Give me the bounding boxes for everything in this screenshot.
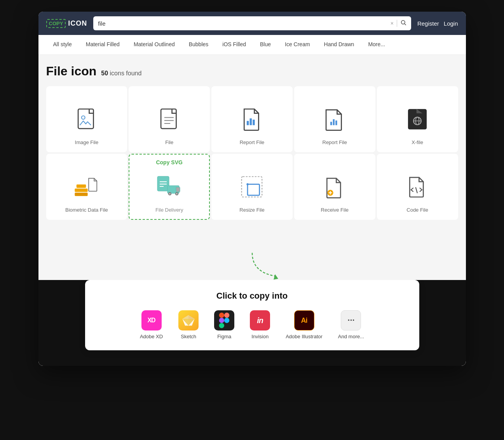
sketch-logo-icon <box>182 315 195 326</box>
copy-panel-title: Click to copy into <box>101 291 404 301</box>
icon-visual-resize-file <box>236 171 267 202</box>
page-title-section: File icon 50 icons found <box>46 64 458 78</box>
svg-rect-9 <box>250 118 252 125</box>
resize-file-icon <box>238 173 265 200</box>
app-label-invision: Invision <box>251 334 269 339</box>
logo-copy-text: COPY <box>46 19 66 28</box>
icon-label-resize-file: Resize File <box>239 207 264 213</box>
figma-logo-icon <box>218 313 230 328</box>
svg-rect-13 <box>335 120 337 125</box>
browser-window: COPY ICON × Register Login All style Mat… <box>38 12 466 366</box>
icon-card-receive-file[interactable]: Receive File <box>294 154 375 220</box>
dashed-arrow-icon <box>209 253 295 280</box>
svg-rect-46 <box>219 323 224 328</box>
nav-item-ios-filled[interactable]: iOS Filled <box>215 35 253 54</box>
nav-item-hand-drawn[interactable]: Hand Drawn <box>317 35 361 54</box>
nav-item-bubbles[interactable]: Bubbles <box>182 35 216 54</box>
icon-card-resize-file[interactable]: Resize File <box>211 154 293 220</box>
logo: COPY ICON <box>46 19 87 28</box>
svg-rect-45 <box>219 318 224 323</box>
svg-rect-4 <box>161 109 176 129</box>
icon-label-report-file-2: Report File <box>323 139 347 145</box>
report-file-1-icon <box>238 106 265 133</box>
svg-rect-8 <box>247 121 249 125</box>
ai-icon: Ai <box>294 310 314 330</box>
nav-item-material-outlined[interactable]: Material Outlined <box>127 35 182 54</box>
app-item-more[interactable]: ··· And more... <box>338 310 364 339</box>
code-file-icon <box>404 173 431 200</box>
arrow-section <box>38 249 466 280</box>
svg-point-33 <box>247 183 249 185</box>
svg-rect-43 <box>219 313 224 318</box>
icon-visual-code-file <box>402 171 433 202</box>
icon-visual-x-file <box>402 104 433 135</box>
app-label-xd: Adobe XD <box>140 334 163 339</box>
app-item-xd[interactable]: XD Adobe XD <box>140 310 163 339</box>
app-label-figma: Figma <box>217 334 231 339</box>
svg-rect-47 <box>224 318 229 323</box>
svg-rect-11 <box>330 122 332 125</box>
app-item-invision[interactable]: in Invision <box>250 310 270 339</box>
app-label-sketch: Sketch <box>181 334 196 339</box>
icon-visual-report-file-1 <box>236 104 267 135</box>
svg-line-37 <box>416 187 417 193</box>
icon-card-x-file[interactable]: X-file <box>377 86 458 152</box>
search-submit-button[interactable] <box>400 19 406 27</box>
icons-count: 50 icons found <box>101 70 141 77</box>
svg-rect-44 <box>224 313 229 318</box>
main-content: File icon 50 icons found Image File <box>38 55 466 249</box>
icon-visual-report-file-2 <box>319 104 350 135</box>
icon-label-image-file: Image File <box>75 139 99 145</box>
svg-marker-38 <box>272 274 278 280</box>
icon-card-code-file[interactable]: Code File <box>377 154 458 220</box>
icon-card-image-file[interactable]: Image File <box>46 86 127 152</box>
app-item-ai[interactable]: Ai Adobe Illustrator <box>286 310 323 339</box>
icon-card-report-file-2[interactable]: Report File <box>294 86 375 152</box>
svg-rect-20 <box>77 184 86 188</box>
icon-label-x-file: X-file <box>412 139 423 145</box>
search-input[interactable] <box>98 20 387 27</box>
app-label-ai: Adobe Illustrator <box>286 334 323 339</box>
app-grid: XD Adobe XD Sketch <box>101 310 404 339</box>
svg-rect-12 <box>333 119 335 125</box>
icon-label-report-file-1: Report File <box>240 139 265 145</box>
count-suffix: icons found <box>110 70 142 77</box>
receive-file-icon <box>321 173 348 200</box>
search-icon <box>400 19 406 26</box>
icon-card-file[interactable]: File <box>129 86 210 152</box>
nav-item-blue[interactable]: Blue <box>253 35 278 54</box>
icon-label-code-file: Code File <box>406 207 428 213</box>
search-divider <box>397 20 397 27</box>
file-delivery-icon <box>156 173 183 200</box>
icon-label-file: File <box>165 139 173 145</box>
page-title: File icon <box>46 64 97 78</box>
icon-card-report-file-1[interactable]: Report File <box>211 86 293 152</box>
app-label-more: And more... <box>338 334 364 339</box>
svg-point-3 <box>82 116 85 119</box>
icon-visual-image-file <box>71 104 102 135</box>
auth-buttons: Register Login <box>417 20 458 27</box>
icon-label-file-delivery: File Delivery <box>155 207 183 213</box>
register-button[interactable]: Register <box>417 20 439 27</box>
x-file-icon <box>404 106 431 133</box>
icon-visual-receive-file <box>319 171 350 202</box>
copy-svg-label: Copy SVG <box>156 159 182 165</box>
svg-rect-2 <box>78 109 93 129</box>
biometric-data-file-icon <box>73 173 100 200</box>
svg-rect-19 <box>75 193 87 196</box>
svg-line-1 <box>405 24 406 25</box>
nav-item-more[interactable]: More... <box>361 35 392 54</box>
icon-card-file-delivery[interactable]: Copy SVG <box>129 154 210 220</box>
login-button[interactable]: Login <box>444 20 458 27</box>
svg-rect-18 <box>75 188 87 192</box>
nav-item-ice-cream[interactable]: Ice Cream <box>278 35 317 54</box>
nav-item-material-filled[interactable]: Material Filled <box>79 35 127 54</box>
icon-visual-file-delivery <box>154 171 185 202</box>
icon-label-receive-file: Receive File <box>321 207 349 213</box>
style-nav: All style Material Filled Material Outli… <box>38 35 466 55</box>
search-clear-button[interactable]: × <box>391 20 394 26</box>
icon-card-biometric-data-file[interactable]: Biometric Data File <box>46 154 127 220</box>
app-item-figma[interactable]: Figma <box>214 310 234 339</box>
nav-item-all-style[interactable]: All style <box>46 35 79 54</box>
app-item-sketch[interactable]: Sketch <box>178 310 199 339</box>
